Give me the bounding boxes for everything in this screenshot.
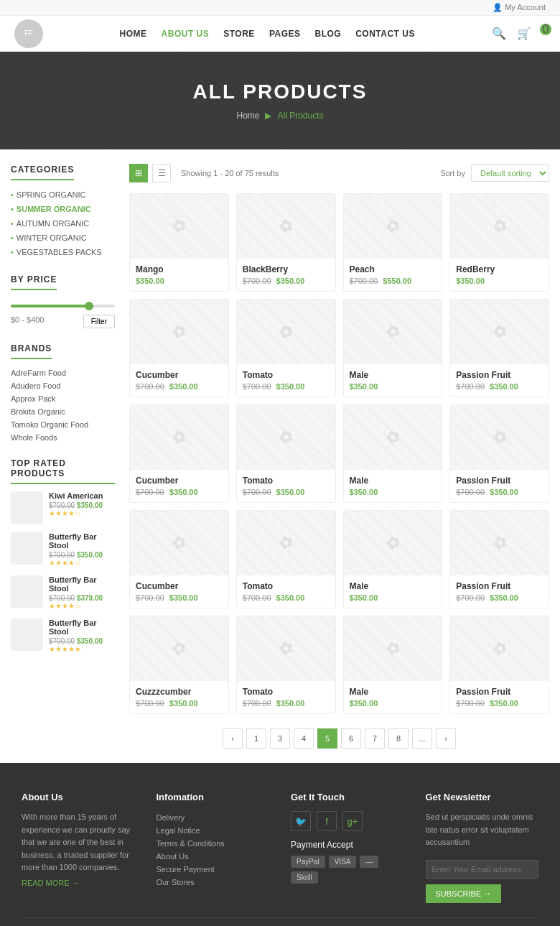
add-to-cart-btn[interactable]: 🛒 <box>147 234 166 253</box>
facebook-icon[interactable]: f <box>317 811 337 831</box>
wishlist-btn[interactable]: ♡ <box>490 551 509 570</box>
top-rated-item[interactable]: Butterfly Bar Stool $700.00 $350.00 ★★★★… <box>11 532 115 567</box>
quick-view-btn[interactable]: 🔍 <box>192 657 210 675</box>
wishlist-btn[interactable]: ♡ <box>169 234 188 253</box>
product-card[interactable]: ✿ 🛒 ♡ 🔍 Passion Fruit $700.00 $350.00 <box>449 616 549 714</box>
wishlist-btn[interactable]: ♡ <box>383 657 402 675</box>
page-btn-8[interactable]: 8 <box>388 728 409 749</box>
product-card[interactable]: ✿ 🛒 ♡ 🔍 Male $350.00 <box>343 404 443 503</box>
quick-view-btn[interactable]: 🔍 <box>406 234 424 253</box>
brand-item[interactable]: AdreFarm Food <box>11 366 115 379</box>
brand-item[interactable]: Whole Foods <box>11 431 115 444</box>
add-to-cart-btn[interactable]: 🛒 <box>147 445 166 464</box>
brand-item[interactable]: Tomoko Organic Food <box>11 418 115 431</box>
add-to-cart-btn[interactable]: 🛒 <box>254 657 273 675</box>
top-rated-item[interactable]: Butterfly Bar Stool $700.00 $350.00 ★★★★… <box>11 619 115 653</box>
price-slider-thumb[interactable] <box>85 302 93 310</box>
product-card[interactable]: ✿ 🛒 ♡ 🔍 RedBerry $350.00 <box>449 193 549 292</box>
wishlist-btn[interactable]: ♡ <box>383 234 402 253</box>
wishlist-btn[interactable]: ♡ <box>276 551 295 570</box>
quick-view-btn[interactable]: 🔍 <box>299 551 317 570</box>
list-view-button[interactable]: ☰ <box>152 164 171 182</box>
quick-view-btn[interactable]: 🔍 <box>513 445 531 464</box>
page-btn-...[interactable]: ... <box>412 728 432 749</box>
product-card[interactable]: ✿ 🛒 ♡ 🔍 Cuzzzcumber $700.00 $350.00 <box>129 616 229 714</box>
grid-view-button[interactable]: ⊞ <box>129 164 148 182</box>
quick-view-btn[interactable]: 🔍 <box>513 234 531 253</box>
quick-view-btn[interactable]: 🔍 <box>192 340 210 358</box>
add-to-cart-btn[interactable]: 🛒 <box>468 445 487 464</box>
add-to-cart-btn[interactable]: 🛒 <box>254 445 273 464</box>
product-card[interactable]: ✿ 🛒 ♡ 🔍 Tomato $700.00 $350.00 <box>236 404 336 503</box>
footer-info-link[interactable]: Legal Notice <box>157 824 270 837</box>
footer-info-link[interactable]: Delivery <box>157 811 270 824</box>
quick-view-btn[interactable]: 🔍 <box>406 551 424 570</box>
read-more-link[interactable]: READ MORE → <box>22 879 135 887</box>
product-card[interactable]: ✿ 🛒 ♡ 🔍 Tomato $700.00 $350.00 <box>236 299 336 397</box>
product-card[interactable]: ✿ 🛒 ♡ 🔍 Tomato $700.00 $350.00 <box>236 616 336 714</box>
add-to-cart-btn[interactable]: 🛒 <box>468 551 487 570</box>
add-to-cart-btn[interactable]: 🛒 <box>147 551 166 570</box>
add-to-cart-btn[interactable]: 🛒 <box>147 657 166 675</box>
product-card[interactable]: ✿ 🛒 ♡ 🔍 Cucumber $700.00 $350.00 <box>129 299 229 397</box>
quick-view-btn[interactable]: 🔍 <box>406 340 424 358</box>
price-slider-track[interactable] <box>11 305 115 307</box>
add-to-cart-btn[interactable]: 🛒 <box>361 551 380 570</box>
nav-item-about-us[interactable]: ABOUT US <box>162 29 210 39</box>
category-item[interactable]: SUMMER ORGANIC <box>11 202 115 216</box>
quick-view-btn[interactable]: 🔍 <box>513 551 531 570</box>
quick-view-btn[interactable]: 🔍 <box>299 340 317 358</box>
footer-info-link[interactable]: Our Stores <box>157 876 270 889</box>
newsletter-input[interactable] <box>426 860 539 879</box>
category-item[interactable]: AUTUMN ORGANIC <box>11 216 115 231</box>
brand-item[interactable]: Adudero Food <box>11 379 115 392</box>
wishlist-btn[interactable]: ♡ <box>490 234 509 253</box>
filter-button[interactable]: Filter <box>83 315 115 328</box>
page-btn-7[interactable]: 7 <box>365 728 385 749</box>
prev-page-btn[interactable]: ‹ <box>223 728 243 749</box>
quick-view-btn[interactable]: 🔍 <box>406 445 424 464</box>
wishlist-btn[interactable]: ♡ <box>169 445 188 464</box>
category-item[interactable]: WINTER ORGANIC <box>11 231 115 245</box>
quick-view-btn[interactable]: 🔍 <box>513 340 531 358</box>
account-link[interactable]: My Account <box>505 3 546 11</box>
top-rated-item[interactable]: Kiwi American $700.00 $350.00 ★★★★☆ <box>11 491 115 524</box>
page-btn-5[interactable]: 5 <box>317 728 337 749</box>
add-to-cart-btn[interactable]: 🛒 <box>254 340 273 358</box>
wishlist-btn[interactable]: ♡ <box>169 657 188 675</box>
wishlist-btn[interactable]: ♡ <box>276 657 295 675</box>
category-item[interactable]: SPRING ORGANIC <box>11 187 115 202</box>
wishlist-btn[interactable]: ♡ <box>169 551 188 570</box>
product-card[interactable]: ✿ 🛒 ♡ 🔍 Male $350.00 <box>343 510 443 608</box>
twitter-icon[interactable]: 🐦 <box>291 811 311 831</box>
search-icon[interactable]: 🔍 <box>492 27 506 40</box>
sort-select[interactable]: Default sorting <box>471 165 549 182</box>
cart-icon[interactable]: 🛒 0 <box>517 27 546 40</box>
product-card[interactable]: ✿ 🛒 ♡ 🔍 BlackBerry $700.00 $350.00 <box>236 193 336 292</box>
page-btn-3[interactable]: 3 <box>270 728 290 749</box>
wishlist-btn[interactable]: ♡ <box>383 551 402 570</box>
add-to-cart-btn[interactable]: 🛒 <box>468 657 487 675</box>
add-to-cart-btn[interactable]: 🛒 <box>147 340 166 358</box>
category-item[interactable]: VEGESTABLES PACKS <box>11 245 115 259</box>
subscribe-button[interactable]: SUBSCRIBE → <box>426 884 502 903</box>
nav-item-blog[interactable]: BLOG <box>315 29 342 39</box>
breadcrumb-home[interactable]: Home <box>236 111 259 121</box>
footer-info-link[interactable]: Terms & Conditions <box>157 837 270 850</box>
top-rated-item[interactable]: Butterfly Bar Stool $700.00 $379.00 ★★★★… <box>11 575 115 610</box>
page-btn-4[interactable]: 4 <box>294 728 314 749</box>
next-page-btn[interactable]: › <box>436 728 456 749</box>
brand-item[interactable]: Approx Pack <box>11 392 115 405</box>
product-card[interactable]: ✿ 🛒 ♡ 🔍 Male $350.00 <box>343 299 443 397</box>
wishlist-btn[interactable]: ♡ <box>276 234 295 253</box>
quick-view-btn[interactable]: 🔍 <box>299 657 317 675</box>
nav-item-contact-us[interactable]: CONTACT US <box>355 29 415 39</box>
product-card[interactable]: ✿ 🛒 ♡ 🔍 Male $350.00 <box>343 616 443 714</box>
quick-view-btn[interactable]: 🔍 <box>192 234 210 253</box>
footer-info-link[interactable]: About Us <box>157 850 270 863</box>
footer-info-link[interactable]: Secure Payment <box>157 863 270 876</box>
product-card[interactable]: ✿ 🛒 ♡ 🔍 Cucumber $700.00 $350.00 <box>129 404 229 503</box>
wishlist-btn[interactable]: ♡ <box>169 340 188 358</box>
quick-view-btn[interactable]: 🔍 <box>406 657 424 675</box>
quick-view-btn[interactable]: 🔍 <box>192 445 210 464</box>
